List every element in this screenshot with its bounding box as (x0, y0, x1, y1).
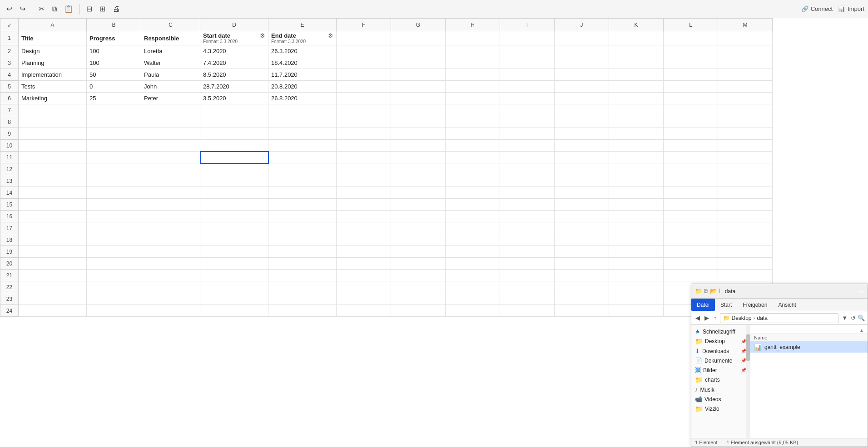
col-header-d[interactable]: D (200, 19, 268, 31)
cell-i6[interactable] (500, 93, 555, 104)
cell-c5[interactable]: John (141, 81, 200, 93)
cell-g2[interactable] (391, 45, 446, 57)
cell-a4[interactable]: Implementation (19, 69, 87, 81)
col-header-l[interactable]: L (664, 19, 718, 31)
col-header-i[interactable]: I (500, 19, 555, 31)
fe-data-crumb[interactable]: data (757, 315, 768, 321)
cell-e6[interactable]: 26.8.2020 (268, 93, 337, 104)
cell-k5[interactable] (609, 81, 664, 93)
cell-m6[interactable] (718, 93, 773, 104)
cell-a6[interactable]: Marketing (19, 93, 87, 104)
cell-f5[interactable] (337, 81, 391, 93)
cell-h2[interactable] (446, 45, 500, 57)
cell-m3[interactable] (718, 57, 773, 69)
cell-i1[interactable] (500, 31, 555, 45)
fe-close-button[interactable]: — (858, 288, 864, 295)
cell-d4[interactable]: 8.5.2020 (200, 69, 268, 81)
cell-k2[interactable] (609, 45, 664, 57)
sidebar-item-schnellzugriff[interactable]: ★ Schnellzugriff (691, 327, 750, 336)
fe-tab-ansicht[interactable]: Ansicht (773, 299, 801, 311)
cell-g3[interactable] (391, 57, 446, 69)
fe-up-button[interactable]: ↑ (712, 314, 718, 322)
cell-h1[interactable] (446, 31, 500, 45)
cell-b6[interactable]: 25 (87, 93, 141, 104)
sidebar-item-bilder[interactable]: 🖼 Bilder 📌 (691, 365, 750, 375)
cell-f2[interactable] (337, 45, 391, 57)
fe-forward-button[interactable]: ▶ (703, 314, 710, 322)
cell-f3[interactable] (337, 57, 391, 69)
gear-icon-d[interactable]: ⚙ (260, 32, 265, 39)
col-header-g[interactable]: G (391, 19, 446, 31)
table-button[interactable]: ⊞ (97, 3, 108, 15)
fe-tab-start[interactable]: Start (715, 299, 737, 311)
cell-l2[interactable] (664, 45, 718, 57)
sidebar-item-downloads[interactable]: ⬇ Downloads 📌 (691, 346, 750, 356)
cell-d5[interactable]: 28.7.2020 (200, 81, 268, 93)
cell-i5[interactable] (500, 81, 555, 93)
cell-i3[interactable] (500, 57, 555, 69)
col-header-h[interactable]: H (446, 19, 500, 31)
fe-address-path[interactable]: 📁 Desktop › data (720, 313, 839, 323)
sort-up-icon[interactable]: ▲ (859, 328, 864, 333)
cell-m4[interactable] (718, 69, 773, 81)
cell-g5[interactable] (391, 81, 446, 93)
cell-i2[interactable] (500, 45, 555, 57)
fe-refresh-button[interactable]: ↺ (851, 314, 856, 321)
cell-a1[interactable]: Title (19, 31, 87, 45)
cell-a3[interactable]: Planning (19, 57, 87, 69)
cell-m5[interactable] (718, 81, 773, 93)
cell-k3[interactable] (609, 57, 664, 69)
sidebar-scrollbar-thumb[interactable] (746, 334, 750, 361)
cell-b2[interactable]: 100 (87, 45, 141, 57)
cell-d1[interactable]: Start date Format: 3.3.2020 ⚙ (200, 31, 268, 45)
fe-back-button[interactable]: ◀ (694, 314, 701, 322)
cell-e3[interactable]: 18.4.2020 (268, 57, 337, 69)
cell-e1[interactable]: End date Format: 3.3.2020 ⚙ (268, 31, 337, 45)
cell-j4[interactable] (555, 69, 609, 81)
list-item-gantt[interactable]: 📊 gantt_example (750, 342, 868, 353)
cell-d11-selected[interactable] (200, 152, 268, 163)
cell-c3[interactable]: Walter (141, 57, 200, 69)
cell-k1[interactable] (609, 31, 664, 45)
fe-search-button[interactable]: 🔍 (858, 314, 865, 321)
cell-b5[interactable]: 0 (87, 81, 141, 93)
cell-k6[interactable] (609, 93, 664, 104)
cell-c6[interactable]: Peter (141, 93, 200, 104)
cell-b3[interactable]: 100 (87, 57, 141, 69)
sidebar-item-videos[interactable]: 📹 Videos (691, 394, 750, 404)
cell-h6[interactable] (446, 93, 500, 104)
sidebar-scrollbar[interactable] (746, 325, 750, 438)
copy-button[interactable]: ⧉ (49, 3, 60, 15)
paste-button[interactable]: 📋 (61, 3, 76, 15)
cell-j6[interactable] (555, 93, 609, 104)
cell-j2[interactable] (555, 45, 609, 57)
cell-a5[interactable]: Tests (19, 81, 87, 93)
cell-m1[interactable] (718, 31, 773, 45)
cell-j1[interactable] (555, 31, 609, 45)
fe-desktop-crumb[interactable]: Desktop (732, 315, 752, 321)
cell-k4[interactable] (609, 69, 664, 81)
sidebar-item-dokumente[interactable]: 📄 Dokumente 📌 (691, 356, 750, 365)
cell-d3[interactable]: 7.4.2020 (200, 57, 268, 69)
cell-l4[interactable] (664, 69, 718, 81)
col-header-b[interactable]: B (87, 19, 141, 31)
cut-button[interactable]: ✂ (36, 3, 47, 15)
cell-f1[interactable] (337, 31, 391, 45)
cell-b4[interactable]: 50 (87, 69, 141, 81)
print-button[interactable]: 🖨 (110, 3, 123, 15)
cell-l5[interactable] (664, 81, 718, 93)
col-header-f[interactable]: F (337, 19, 391, 31)
col-header-m[interactable]: M (718, 19, 773, 31)
cell-i4[interactable] (500, 69, 555, 81)
fe-tab-datei[interactable]: Datei (691, 299, 715, 311)
cell-j5[interactable] (555, 81, 609, 93)
sidebar-item-vizzlo[interactable]: 📁 Vizzlo (691, 404, 750, 414)
cell-h4[interactable] (446, 69, 500, 81)
undo-button[interactable]: ↩ (4, 3, 15, 15)
col-header-a[interactable]: A (19, 19, 87, 31)
cell-h3[interactable] (446, 57, 500, 69)
redo-button[interactable]: ↪ (17, 3, 28, 15)
cell-d2[interactable]: 4.3.2020 (200, 45, 268, 57)
cell-g4[interactable] (391, 69, 446, 81)
import-button[interactable]: 📊 Import (838, 5, 864, 12)
